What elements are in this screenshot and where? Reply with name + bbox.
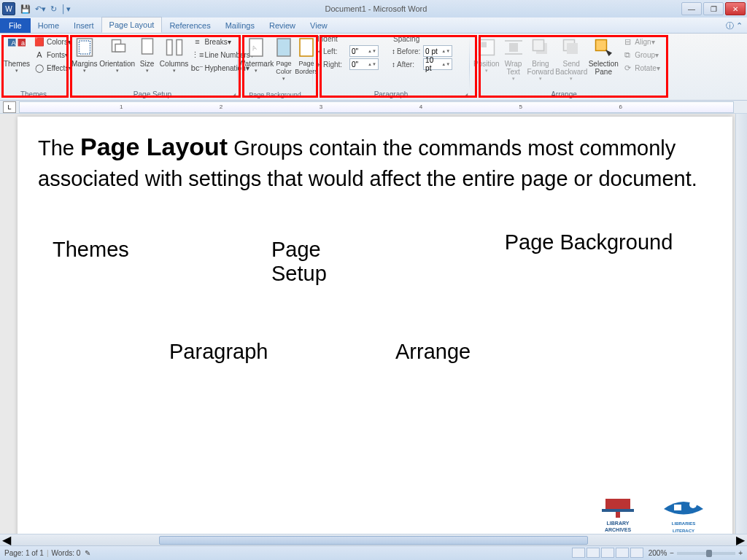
tab-review[interactable]: Review [262, 18, 303, 33]
selection-pane-button[interactable]: Selection Pane [588, 35, 619, 90]
svg-rect-16 [481, 42, 487, 48]
fonts-icon: A [34, 50, 44, 60]
svg-rect-21 [533, 40, 543, 51]
rotate-icon: ⟳ [622, 63, 632, 73]
zoom-slider[interactable] [677, 552, 735, 555]
proofing-icon[interactable]: ✎ [85, 549, 90, 557]
indent-left-icon: ⇥ [316, 47, 322, 55]
themes-icon: Aa [6, 36, 28, 58]
svg-rect-30 [674, 505, 681, 510]
columns-icon [163, 36, 185, 58]
tab-page-layout[interactable]: Page Layout [101, 17, 163, 33]
watermark-button[interactable]: AWatermark▾ [241, 35, 271, 90]
group-themes-label: Themes [3, 90, 64, 100]
svg-rect-14 [300, 39, 313, 56]
minimize-button[interactable]: — [681, 2, 702, 15]
zoom-level[interactable]: 200% [649, 549, 667, 557]
columns-button[interactable]: Columns▾ [160, 35, 189, 90]
svg-rect-9 [166, 40, 172, 55]
wrap-text-icon [503, 36, 525, 58]
undo-icon[interactable]: ↶▾ [34, 4, 47, 14]
close-button[interactable]: ✕ [725, 2, 746, 15]
svg-rect-27 [616, 512, 620, 518]
size-button[interactable]: Size▾ [136, 35, 158, 90]
horizontal-scrollbar[interactable]: ◀▶ [0, 534, 747, 545]
page-setup-dialog-launcher[interactable]: ◢ [231, 92, 236, 98]
tab-insert[interactable]: Insert [66, 18, 101, 33]
group-arrange-label: Arrange [473, 90, 655, 100]
page-color-button[interactable]: Page Color▾ [273, 35, 295, 90]
svg-text:LIBRARIES: LIBRARIES [672, 521, 695, 526]
ribbon-tabs: File Home Insert Page Layout References … [0, 18, 747, 34]
tab-mailings[interactable]: Mailings [218, 18, 262, 33]
main-paragraph: The Page Layout Groups contain the comma… [38, 131, 712, 194]
align-button[interactable]: ⊟Align ▾ [620, 35, 662, 48]
label-themes: Themes [53, 238, 129, 262]
group-button[interactable]: ⧉Group ▾ [620, 48, 662, 61]
group-themes: Aa Themes▾ 🟥Colors ▾ AFonts ▾ ◯Effects ▾… [0, 34, 67, 100]
rotate-button[interactable]: ⟳Rotate ▾ [620, 61, 662, 74]
page-color-icon [273, 36, 295, 58]
spacing-before-input[interactable]: 0 pt▲▼ [423, 45, 452, 57]
quick-access-toolbar: 💾 ↶▾ ↻ │▾ [19, 4, 72, 14]
tab-file[interactable]: File [0, 18, 31, 33]
position-icon [476, 36, 498, 58]
horizontal-ruler[interactable]: 12 34 56 [19, 101, 734, 113]
help-icon[interactable]: ⓘ ⌃ [721, 19, 747, 33]
maximize-button[interactable]: ❐ [703, 2, 724, 15]
ribbon: Aa Themes▾ 🟥Colors ▾ AFonts ▾ ◯Effects ▾… [0, 34, 747, 101]
indent-right-input[interactable]: 0"▲▼ [349, 58, 379, 70]
wrap-text-button[interactable]: Wrap Text▾ [502, 35, 525, 90]
send-backward-icon [560, 36, 582, 58]
group-page-setup: Margins▾ Orientation▾ Size▾ Columns▾ ≡Br… [68, 34, 237, 100]
position-button[interactable]: Position▾ [473, 35, 500, 90]
indent-header: Indent [316, 35, 384, 44]
status-page[interactable]: Page: 1 of 1 [4, 549, 44, 557]
svg-rect-10 [177, 40, 182, 55]
qat-more-icon[interactable]: │▾ [60, 4, 72, 14]
orientation-button[interactable]: Orientation▾ [100, 35, 135, 90]
svg-rect-13 [277, 39, 290, 56]
bring-forward-button[interactable]: Bring Forward▾ [527, 35, 555, 90]
save-icon[interactable]: 💾 [19, 4, 32, 14]
tab-view[interactable]: View [303, 18, 335, 33]
svg-rect-26 [602, 509, 634, 512]
document-page[interactable]: The Page Layout Groups contain the comma… [18, 117, 732, 545]
vertical-scrollbar[interactable] [735, 114, 747, 545]
window-title: Document1 - Microsoft Word [72, 4, 680, 13]
document-area: The Page Layout Groups contain the comma… [0, 114, 747, 545]
status-bar: Page: 1 of 1 | Words: 0 ✎ 200% − + [0, 545, 747, 560]
send-backward-button[interactable]: Send Backward▾ [556, 35, 587, 90]
tab-references[interactable]: References [162, 18, 217, 33]
tab-selector[interactable]: L [3, 101, 16, 113]
effects-icon: ◯ [34, 63, 44, 73]
zoom-in-button[interactable]: + [738, 549, 743, 557]
label-paragraph: Paragraph [169, 340, 268, 364]
indent-right-label: Right: [323, 61, 348, 69]
paragraph-dialog-launcher[interactable]: ◢ [463, 92, 468, 98]
title-bar: W 💾 ↶▾ ↻ │▾ Document1 - Microsoft Word —… [0, 0, 747, 18]
margins-icon [74, 36, 96, 58]
svg-rect-7 [115, 44, 125, 52]
themes-button[interactable]: Aa Themes▾ [3, 35, 31, 90]
spacing-after-input[interactable]: 10 pt▲▼ [423, 58, 452, 70]
margins-button[interactable]: Margins▾ [71, 35, 98, 90]
group-paragraph: Indent ⇥ Left: 0"▲▼ ⇤ Right: 0"▲▼ Spacin… [313, 34, 469, 100]
spacing-header: Spacing [392, 35, 466, 44]
indent-left-input[interactable]: 0"▲▼ [349, 45, 379, 57]
group-paragraph-label: Paragraph [316, 90, 466, 100]
ruler-row: L 12 34 56 [0, 101, 747, 114]
bring-forward-icon [530, 36, 551, 58]
label-arrange: Arrange [395, 340, 471, 364]
spacing-after-label: After: [397, 61, 422, 69]
redo-icon[interactable]: ↻ [49, 4, 58, 14]
watermark-icon: A [245, 36, 267, 58]
group-arrange: Position▾ Wrap Text▾ Bring Forward▾ Send… [470, 34, 658, 100]
label-page-setup: Page Setup [271, 238, 359, 286]
status-words[interactable]: Words: 0 [52, 549, 81, 557]
tab-home[interactable]: Home [31, 18, 66, 33]
orientation-icon [107, 36, 128, 58]
spacing-before-icon: ↕ [392, 47, 395, 55]
view-buttons[interactable] [571, 548, 644, 559]
zoom-out-button[interactable]: − [670, 549, 674, 557]
